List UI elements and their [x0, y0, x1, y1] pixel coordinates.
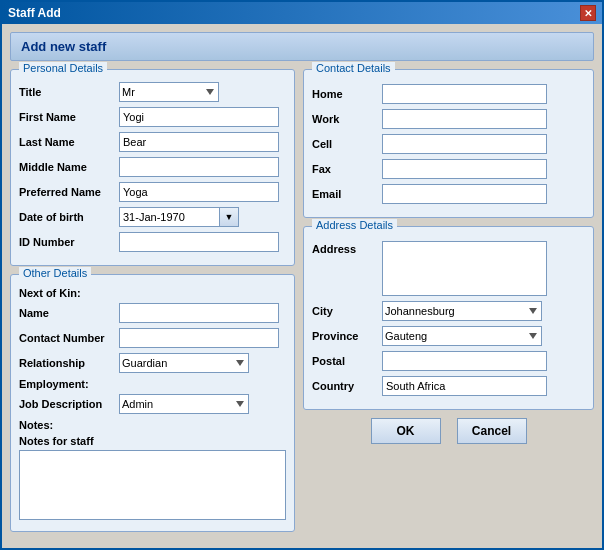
window-title: Staff Add	[8, 6, 61, 20]
email-label: Email	[312, 188, 382, 200]
postal-input[interactable]	[382, 351, 547, 371]
left-panel: Personal Details Title Mr Mrs Miss Dr	[10, 69, 295, 540]
fax-label: Fax	[312, 163, 382, 175]
address-label: Address	[312, 243, 382, 255]
last-name-row: Last Name	[19, 132, 286, 152]
relationship-select[interactable]: Guardian Parent Spouse Sibling Other	[119, 353, 249, 373]
province-row: Province Gauteng Western Cape KwaZulu-Na…	[312, 326, 585, 346]
main-layout: Personal Details Title Mr Mrs Miss Dr	[10, 69, 594, 540]
city-row: City Johannesburg Cape Town Durban Preto…	[312, 301, 585, 321]
cell-row: Cell	[312, 134, 585, 154]
contact-number-label: Contact Number	[19, 332, 119, 344]
page-title: Add new staff	[10, 32, 594, 61]
cancel-button[interactable]: Cancel	[457, 418, 527, 444]
notes-section-label: Notes:	[19, 419, 286, 431]
contact-details-group: Contact Details Home Work Cell	[303, 69, 594, 218]
city-select[interactable]: Johannesburg Cape Town Durban Pretoria	[382, 301, 542, 321]
address-details-content: Address City Johannesburg Cape Town Durb…	[312, 241, 585, 396]
last-name-label: Last Name	[19, 136, 119, 148]
other-details-title: Other Details	[19, 267, 91, 279]
dob-wrapper: ▼	[119, 207, 239, 227]
fax-input[interactable]	[382, 159, 547, 179]
id-number-label: ID Number	[19, 236, 119, 248]
relationship-label: Relationship	[19, 357, 119, 369]
ok-button[interactable]: OK	[371, 418, 441, 444]
address-details-group: Address Details Address City Johannesbur…	[303, 226, 594, 410]
last-name-input[interactable]	[119, 132, 279, 152]
personal-details-content: Title Mr Mrs Miss Dr First Name	[19, 82, 286, 252]
other-details-group: Other Details Next of Kin: Name Contact …	[10, 274, 295, 532]
job-description-select[interactable]: Admin Teacher Manager Support	[119, 394, 249, 414]
contact-details-title: Contact Details	[312, 62, 395, 74]
preferred-name-row: Preferred Name	[19, 182, 286, 202]
postal-label: Postal	[312, 355, 382, 367]
middle-name-label: Middle Name	[19, 161, 119, 173]
window-content: Add new staff Personal Details Title Mr …	[2, 24, 602, 548]
fax-row: Fax	[312, 159, 585, 179]
work-input[interactable]	[382, 109, 547, 129]
other-details-content: Next of Kin: Name Contact Number Relatio…	[19, 287, 286, 523]
title-label: Title	[19, 86, 119, 98]
first-name-label: First Name	[19, 111, 119, 123]
relationship-row: Relationship Guardian Parent Spouse Sibl…	[19, 353, 286, 373]
kin-name-label: Name	[19, 307, 119, 319]
dob-label: Date of birth	[19, 211, 119, 223]
home-row: Home	[312, 84, 585, 104]
first-name-input[interactable]	[119, 107, 279, 127]
country-row: Country	[312, 376, 585, 396]
middle-name-row: Middle Name	[19, 157, 286, 177]
first-name-row: First Name	[19, 107, 286, 127]
title-row: Title Mr Mrs Miss Dr	[19, 82, 286, 102]
id-number-input[interactable]	[119, 232, 279, 252]
home-label: Home	[312, 88, 382, 100]
personal-details-group: Personal Details Title Mr Mrs Miss Dr	[10, 69, 295, 266]
postal-row: Postal	[312, 351, 585, 371]
staff-add-window: Staff Add ✕ Add new staff Personal Detai…	[0, 0, 604, 550]
country-label: Country	[312, 380, 382, 392]
cell-input[interactable]	[382, 134, 547, 154]
employment-section-label: Employment:	[19, 378, 286, 390]
notes-textarea[interactable]	[19, 450, 286, 520]
preferred-name-input[interactable]	[119, 182, 279, 202]
title-bar: Staff Add ✕	[2, 2, 602, 24]
button-row: OK Cancel	[303, 418, 594, 444]
middle-name-input[interactable]	[119, 157, 279, 177]
email-row: Email	[312, 184, 585, 204]
work-label: Work	[312, 113, 382, 125]
kin-name-input[interactable]	[119, 303, 279, 323]
right-panel: Contact Details Home Work Cell	[303, 69, 594, 540]
title-select[interactable]: Mr Mrs Miss Dr	[119, 82, 219, 102]
dob-row: Date of birth ▼	[19, 207, 286, 227]
country-input[interactable]	[382, 376, 547, 396]
home-input[interactable]	[382, 84, 547, 104]
address-textarea[interactable]	[382, 241, 547, 296]
contact-details-content: Home Work Cell Fax	[312, 84, 585, 204]
id-number-row: ID Number	[19, 232, 286, 252]
address-details-title: Address Details	[312, 219, 397, 231]
job-description-label: Job Description	[19, 398, 119, 410]
kin-name-row: Name	[19, 303, 286, 323]
close-button[interactable]: ✕	[580, 5, 596, 21]
dob-input[interactable]	[119, 207, 219, 227]
cell-label: Cell	[312, 138, 382, 150]
dob-calendar-button[interactable]: ▼	[219, 207, 239, 227]
province-select[interactable]: Gauteng Western Cape KwaZulu-Natal Easte…	[382, 326, 542, 346]
email-input[interactable]	[382, 184, 547, 204]
job-description-row: Job Description Admin Teacher Manager Su…	[19, 394, 286, 414]
province-label: Province	[312, 330, 382, 342]
personal-details-title: Personal Details	[19, 62, 107, 74]
next-of-kin-section-label: Next of Kin:	[19, 287, 286, 299]
contact-number-row: Contact Number	[19, 328, 286, 348]
work-row: Work	[312, 109, 585, 129]
contact-number-input[interactable]	[119, 328, 279, 348]
address-row: Address	[312, 241, 585, 296]
notes-for-staff-label: Notes for staff	[19, 435, 119, 447]
city-label: City	[312, 305, 382, 317]
preferred-name-label: Preferred Name	[19, 186, 119, 198]
